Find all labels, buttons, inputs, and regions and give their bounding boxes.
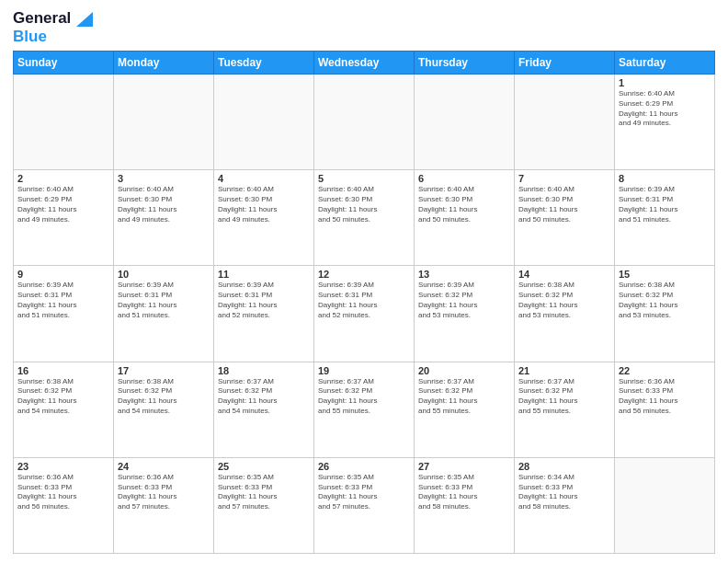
day-number: 13 <box>418 269 510 280</box>
day-cell: 23Sunrise: 6:36 AM Sunset: 6:33 PM Dayli… <box>14 457 114 553</box>
week-row-4: 23Sunrise: 6:36 AM Sunset: 6:33 PM Dayli… <box>14 457 715 553</box>
day-number: 27 <box>418 461 510 472</box>
day-number: 22 <box>619 365 711 376</box>
day-info: Sunrise: 6:39 AM Sunset: 6:31 PM Dayligh… <box>318 281 410 320</box>
day-number: 25 <box>218 461 310 472</box>
day-cell: 27Sunrise: 6:35 AM Sunset: 6:33 PM Dayli… <box>415 457 515 553</box>
logo-blue: Blue <box>13 28 93 46</box>
week-row-2: 9Sunrise: 6:39 AM Sunset: 6:31 PM Daylig… <box>14 266 715 362</box>
weekday-thursday: Thursday <box>415 52 515 75</box>
day-info: Sunrise: 6:37 AM Sunset: 6:32 PM Dayligh… <box>218 377 310 417</box>
day-cell: 12Sunrise: 6:39 AM Sunset: 6:31 PM Dayli… <box>314 266 415 362</box>
day-cell <box>615 457 715 553</box>
day-number: 10 <box>118 269 210 280</box>
logo-text: General <box>13 9 93 28</box>
day-number: 6 <box>418 173 510 184</box>
day-number: 5 <box>318 173 410 184</box>
day-number: 4 <box>218 173 310 184</box>
day-info: Sunrise: 6:37 AM Sunset: 6:32 PM Dayligh… <box>418 377 510 417</box>
week-row-3: 16Sunrise: 6:38 AM Sunset: 6:32 PM Dayli… <box>14 362 715 457</box>
weekday-monday: Monday <box>114 52 214 75</box>
day-info: Sunrise: 6:38 AM Sunset: 6:32 PM Dayligh… <box>619 281 711 320</box>
weekday-saturday: Saturday <box>615 52 715 75</box>
weekday-friday: Friday <box>515 52 615 75</box>
day-number: 17 <box>118 365 210 376</box>
day-cell: 21Sunrise: 6:37 AM Sunset: 6:32 PM Dayli… <box>515 362 615 457</box>
day-cell: 8Sunrise: 6:39 AM Sunset: 6:31 PM Daylig… <box>615 170 715 266</box>
day-info: Sunrise: 6:36 AM Sunset: 6:33 PM Dayligh… <box>118 473 210 512</box>
day-cell: 19Sunrise: 6:37 AM Sunset: 6:32 PM Dayli… <box>314 362 415 457</box>
day-number: 7 <box>518 173 610 184</box>
day-cell: 26Sunrise: 6:35 AM Sunset: 6:33 PM Dayli… <box>314 457 415 553</box>
day-cell: 1Sunrise: 6:40 AM Sunset: 6:29 PM Daylig… <box>615 75 715 170</box>
day-info: Sunrise: 6:39 AM Sunset: 6:32 PM Dayligh… <box>418 281 510 320</box>
logo: General Blue <box>13 9 93 45</box>
day-number: 11 <box>218 269 310 280</box>
page: General Blue SundayMondayTuesdayWednesda… <box>0 0 728 563</box>
weekday-tuesday: Tuesday <box>214 52 314 75</box>
day-number: 12 <box>318 269 410 280</box>
day-info: Sunrise: 6:35 AM Sunset: 6:33 PM Dayligh… <box>218 473 310 512</box>
day-cell: 3Sunrise: 6:40 AM Sunset: 6:30 PM Daylig… <box>114 170 214 266</box>
day-cell: 24Sunrise: 6:36 AM Sunset: 6:33 PM Dayli… <box>114 457 214 553</box>
day-cell <box>415 75 515 170</box>
day-info: Sunrise: 6:39 AM Sunset: 6:31 PM Dayligh… <box>17 281 109 320</box>
day-info: Sunrise: 6:40 AM Sunset: 6:29 PM Dayligh… <box>17 185 109 224</box>
day-info: Sunrise: 6:40 AM Sunset: 6:30 PM Dayligh… <box>518 185 610 224</box>
weekday-header-row: SundayMondayTuesdayWednesdayThursdayFrid… <box>14 52 715 75</box>
day-number: 20 <box>418 365 510 376</box>
day-info: Sunrise: 6:40 AM Sunset: 6:29 PM Dayligh… <box>619 89 711 129</box>
day-info: Sunrise: 6:35 AM Sunset: 6:33 PM Dayligh… <box>418 473 510 512</box>
day-info: Sunrise: 6:40 AM Sunset: 6:30 PM Dayligh… <box>418 185 510 224</box>
day-info: Sunrise: 6:34 AM Sunset: 6:33 PM Dayligh… <box>518 473 610 512</box>
day-number: 9 <box>17 269 109 280</box>
day-info: Sunrise: 6:40 AM Sunset: 6:30 PM Dayligh… <box>118 185 210 224</box>
day-info: Sunrise: 6:39 AM Sunset: 6:31 PM Dayligh… <box>619 185 711 224</box>
day-number: 2 <box>17 173 109 184</box>
day-number: 26 <box>318 461 410 472</box>
weekday-wednesday: Wednesday <box>314 52 415 75</box>
week-row-0: 1Sunrise: 6:40 AM Sunset: 6:29 PM Daylig… <box>14 75 715 170</box>
day-number: 18 <box>218 365 310 376</box>
day-cell <box>314 75 415 170</box>
day-cell: 10Sunrise: 6:39 AM Sunset: 6:31 PM Dayli… <box>114 266 214 362</box>
header: General Blue <box>13 9 715 45</box>
day-info: Sunrise: 6:38 AM Sunset: 6:32 PM Dayligh… <box>518 281 610 320</box>
day-cell: 13Sunrise: 6:39 AM Sunset: 6:32 PM Dayli… <box>415 266 515 362</box>
day-cell: 17Sunrise: 6:38 AM Sunset: 6:32 PM Dayli… <box>114 362 214 457</box>
weekday-sunday: Sunday <box>14 52 114 75</box>
day-cell: 2Sunrise: 6:40 AM Sunset: 6:29 PM Daylig… <box>14 170 114 266</box>
day-info: Sunrise: 6:36 AM Sunset: 6:33 PM Dayligh… <box>619 377 711 417</box>
day-cell <box>14 75 114 170</box>
day-number: 8 <box>619 173 711 184</box>
calendar-table: SundayMondayTuesdayWednesdayThursdayFrid… <box>13 51 715 554</box>
day-number: 14 <box>518 269 610 280</box>
day-number: 16 <box>17 365 109 376</box>
day-info: Sunrise: 6:36 AM Sunset: 6:33 PM Dayligh… <box>17 473 109 512</box>
day-number: 21 <box>518 365 610 376</box>
day-info: Sunrise: 6:40 AM Sunset: 6:30 PM Dayligh… <box>218 185 310 224</box>
day-number: 19 <box>318 365 410 376</box>
day-cell <box>214 75 314 170</box>
day-info: Sunrise: 6:37 AM Sunset: 6:32 PM Dayligh… <box>318 377 410 417</box>
day-cell: 20Sunrise: 6:37 AM Sunset: 6:32 PM Dayli… <box>415 362 515 457</box>
svg-marker-0 <box>76 12 93 27</box>
day-cell: 4Sunrise: 6:40 AM Sunset: 6:30 PM Daylig… <box>214 170 314 266</box>
day-number: 15 <box>619 269 711 280</box>
day-info: Sunrise: 6:37 AM Sunset: 6:32 PM Dayligh… <box>518 377 610 417</box>
day-info: Sunrise: 6:40 AM Sunset: 6:30 PM Dayligh… <box>318 185 410 224</box>
day-number: 3 <box>118 173 210 184</box>
day-cell: 6Sunrise: 6:40 AM Sunset: 6:30 PM Daylig… <box>415 170 515 266</box>
week-row-1: 2Sunrise: 6:40 AM Sunset: 6:29 PM Daylig… <box>14 170 715 266</box>
day-cell: 28Sunrise: 6:34 AM Sunset: 6:33 PM Dayli… <box>515 457 615 553</box>
day-number: 28 <box>518 461 610 472</box>
logo-icon <box>76 12 93 27</box>
day-number: 24 <box>118 461 210 472</box>
day-cell: 7Sunrise: 6:40 AM Sunset: 6:30 PM Daylig… <box>515 170 615 266</box>
day-cell: 16Sunrise: 6:38 AM Sunset: 6:32 PM Dayli… <box>14 362 114 457</box>
day-cell: 18Sunrise: 6:37 AM Sunset: 6:32 PM Dayli… <box>214 362 314 457</box>
day-info: Sunrise: 6:38 AM Sunset: 6:32 PM Dayligh… <box>17 377 109 417</box>
day-number: 1 <box>619 77 711 88</box>
day-info: Sunrise: 6:35 AM Sunset: 6:33 PM Dayligh… <box>318 473 410 512</box>
day-cell: 14Sunrise: 6:38 AM Sunset: 6:32 PM Dayli… <box>515 266 615 362</box>
